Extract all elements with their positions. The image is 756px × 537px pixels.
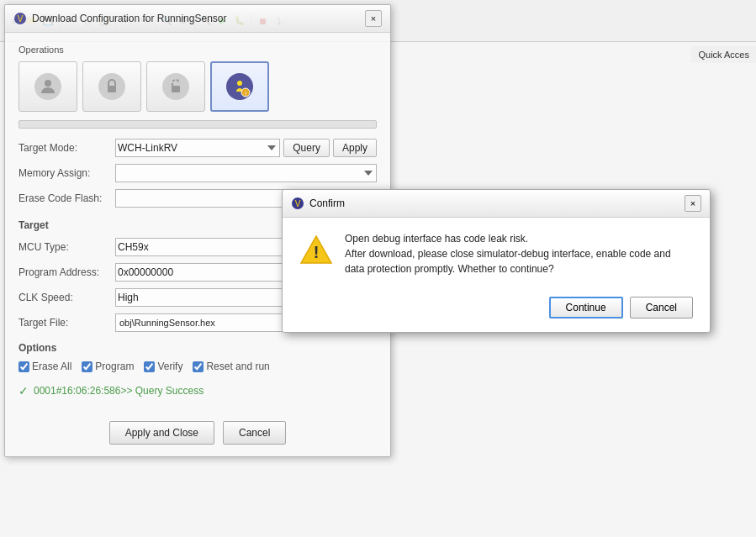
svg-text:!: !: [314, 243, 320, 261]
confirm-close-button[interactable]: ×: [685, 195, 701, 212]
reset-run-option[interactable]: Reset and run: [193, 361, 269, 372]
op-icon-2: [98, 73, 125, 100]
op-button-4[interactable]: !: [210, 61, 269, 112]
svg-rect-3: [108, 86, 116, 92]
main-cancel-button[interactable]: Cancel: [223, 421, 286, 445]
program-checkbox[interactable]: [82, 361, 93, 372]
target-mode-label: Target Mode:: [19, 142, 115, 154]
confirm-cancel-button[interactable]: Cancel: [630, 297, 693, 319]
status-text: 0001#16:06:26:586>> Query Success: [34, 385, 204, 397]
svg-text:V: V: [295, 199, 301, 208]
memory-assign-select[interactable]: [115, 164, 377, 182]
program-option[interactable]: Program: [82, 361, 134, 372]
svg-point-2: [45, 80, 51, 87]
apply-and-close-button[interactable]: Apply and Close: [109, 421, 214, 445]
quick-access-label: Quick Acces: [691, 46, 756, 63]
confirm-footer: Continue Cancel: [283, 290, 710, 332]
svg-text:!: !: [245, 90, 246, 97]
confirm-message-line3: data protection promptly. Whether to con…: [345, 261, 671, 276]
confirm-message-block: Open debug interface has code leak risk.…: [345, 231, 671, 276]
svg-rect-4: [172, 86, 180, 92]
target-mode-row: Target Mode: WCH-LinkRV Query Apply: [19, 139, 377, 157]
op-button-1[interactable]: [19, 61, 77, 112]
main-dialog-icon: V: [13, 12, 27, 25]
memory-assign-label: Memory Assign:: [19, 167, 115, 179]
op-button-3[interactable]: [146, 61, 205, 112]
confirm-title-icon: V: [291, 197, 304, 210]
verify-label: Verify: [157, 361, 182, 372]
confirm-dialog: V Confirm × ! Open debug interface has c…: [282, 189, 711, 333]
confirm-body: ! Open debug interface has code leak ris…: [283, 218, 710, 290]
options-section: Options Erase All Program Verify Reset a…: [19, 339, 377, 372]
op-icon-1: [34, 73, 61, 100]
main-dialog-titlebar: V Download Configuration for RunningSens…: [5, 5, 390, 33]
status-check-icon: ✓: [19, 384, 29, 397]
target-mode-select[interactable]: WCH-LinkRV: [115, 139, 280, 157]
operations-buttons-row: !: [19, 61, 377, 112]
options-row: Erase All Program Verify Reset and run: [19, 361, 377, 372]
title-left: V Download Configuration for RunningSens…: [13, 12, 226, 25]
confirm-title-left: V Confirm: [291, 197, 345, 210]
status-row: ✓ 0001#16:06:26:586>> Query Success: [19, 381, 377, 401]
continue-button[interactable]: Continue: [549, 297, 623, 319]
operations-label: Operations: [19, 45, 377, 55]
target-file-label: Target File:: [19, 317, 115, 329]
apply-button[interactable]: Apply: [333, 139, 377, 157]
erase-all-checkbox[interactable]: [19, 361, 29, 372]
verify-checkbox[interactable]: [144, 361, 155, 372]
progress-bar: [19, 120, 377, 129]
memory-assign-row: Memory Assign:: [19, 164, 377, 182]
main-dialog-footer: Apply and Close Cancel: [5, 413, 390, 456]
program-address-label: Program Address:: [19, 266, 115, 278]
op-icon-3: [162, 73, 189, 100]
confirm-message-line2: After download, please close simulator-d…: [345, 246, 671, 261]
confirm-message-line1: Open debug interface has code leak risk.: [345, 231, 671, 246]
op-button-2[interactable]: [82, 61, 141, 112]
svg-point-6: [237, 81, 242, 86]
mcu-type-label: MCU Type:: [19, 241, 115, 253]
reset-run-checkbox[interactable]: [193, 361, 204, 372]
svg-text:V: V: [18, 14, 24, 24]
warning-icon: !: [299, 233, 333, 271]
confirm-title-text: Confirm: [309, 197, 345, 209]
erase-all-label: Erase All: [32, 361, 71, 372]
main-dialog-close-button[interactable]: ×: [365, 10, 382, 27]
erase-code-flash-label: Erase Code Flash:: [19, 192, 115, 204]
clk-speed-label: CLK Speed:: [19, 292, 115, 303]
erase-all-option[interactable]: Erase All: [19, 361, 71, 372]
query-button[interactable]: Query: [283, 139, 330, 157]
reset-run-label: Reset and run: [206, 361, 269, 372]
verify-option[interactable]: Verify: [144, 361, 182, 372]
options-label: Options: [19, 342, 377, 354]
main-dialog-title: Download Configuration for RunningSensor: [32, 13, 226, 24]
program-label: Program: [95, 361, 134, 372]
op-icon-4: !: [226, 73, 253, 100]
confirm-titlebar: V Confirm ×: [283, 190, 710, 218]
